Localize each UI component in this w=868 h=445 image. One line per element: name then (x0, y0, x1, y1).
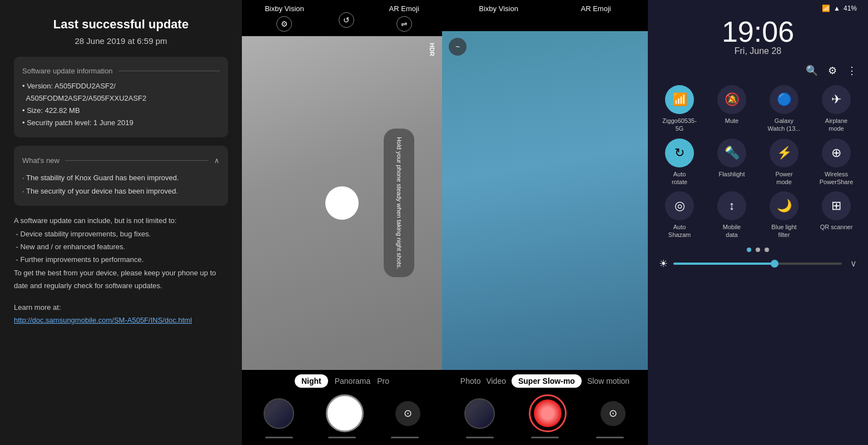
update-panel: Last successful update 28 June 2019 at 6… (0, 0, 242, 445)
tile-shazam[interactable]: ◎ AutoShazam (656, 191, 703, 239)
qs-top-icons: 🔍 ⚙ ⋮ (656, 62, 860, 80)
night-flip-btn[interactable]: ⊙ (395, 401, 420, 426)
slowmo-shutter-inner (534, 399, 562, 427)
night-shutter-btn[interactable] (326, 394, 364, 432)
tile-mute-icon: 🔕 (717, 85, 746, 114)
tile-mobile-data-icon: ↕ (717, 191, 746, 220)
qs-expand-btn[interactable]: ∨ (850, 258, 857, 269)
slowmo-flip-btn[interactable]: ⊙ (601, 401, 626, 426)
gear-icon[interactable]: ⚙ (828, 65, 837, 77)
ar-emoji-label: AR Emoji (389, 4, 419, 13)
info-section-title: Software update information (22, 65, 220, 77)
tile-mute-label: Mute (725, 117, 738, 125)
qs-dot-3 (765, 248, 769, 252)
qs-time: 19:06 (656, 17, 860, 46)
camera-night-bottom: Night Panorama Pro ⊙ (242, 370, 442, 445)
tile-airplane-icon: ✈ (822, 85, 851, 114)
update-title: Last successful update (14, 17, 228, 33)
ar-emoji-btn[interactable]: AR Emoji ⇌ (389, 4, 419, 32)
bixby-vision-btn2[interactable]: Bixby Vision ⚙ (479, 4, 518, 27)
tile-autorotate-label: Autorotate (672, 170, 687, 186)
tile-flashlight-icon: 🔦 (717, 139, 746, 167)
nav2-line-2 (531, 437, 559, 438)
camera-nav (247, 432, 437, 441)
brightness-fill (673, 263, 775, 265)
tile-autorotate[interactable]: ↻ Autorotate (656, 139, 703, 186)
tile-mute[interactable]: 🔕 Mute (708, 85, 755, 133)
slowmo-flip-icon: ⊙ (609, 407, 617, 419)
ar-emoji-btn2[interactable]: AR Emoji ✕ (581, 4, 611, 27)
camera-night-panel: Bixby Vision ⚙ ↺ AR Emoji ⇌ HDR Hold you… (242, 0, 442, 445)
nav2-line-3 (596, 437, 624, 438)
tile-mobile-data-label: Mobiledata (723, 223, 741, 239)
camera-slowmo-viewfinder: ~ (442, 31, 648, 370)
qs-tiles-grid: 📶 Ziggo60535-5G 🔕 Mute 🔵 GalaxyWatch (13… (656, 85, 860, 239)
update-info-box: Software update information • Version: A… (14, 57, 228, 137)
tile-airplane[interactable]: ✈ Airplanemode (813, 85, 860, 133)
rotate-btn[interactable]: ↺ (339, 9, 354, 28)
tile-flashlight[interactable]: 🔦 Flashlight (708, 139, 755, 186)
ar-emoji-label2: AR Emoji (581, 4, 611, 13)
info-item-3: • Security patch level: 1 June 2019 (22, 117, 220, 129)
whatsnew-header: What's new ∧ (22, 154, 220, 167)
tile-mobile-data[interactable]: ↕ Mobiledata (708, 191, 755, 239)
tile-blue-light-icon: 🌙 (770, 191, 798, 220)
mode-night[interactable]: Night (295, 374, 328, 388)
mode-photo[interactable]: Photo (460, 377, 481, 385)
tile-power-mode-icon: ⚡ (770, 139, 798, 167)
tile-power-mode[interactable]: ⚡ Powermode (761, 139, 807, 186)
tile-flashlight-label: Flashlight (718, 170, 745, 178)
update-link[interactable]: http://doc.samsungmobile.com/SM-A505F/IN… (14, 316, 192, 324)
bixby-vision-btn[interactable]: Bixby Vision ⚙ (265, 4, 304, 32)
slowmo-shutter-btn[interactable] (529, 394, 567, 432)
tile-wireless-share-icon: ⊕ (822, 139, 851, 167)
tile-wireless-share[interactable]: ⊕ WirelessPowerShare (813, 139, 860, 186)
back-icon: ~ (455, 42, 460, 51)
wifi-icon: 📶 (822, 4, 830, 12)
qs-brightness-bar: ☀ ∨ (656, 255, 860, 273)
night-tooltip-text: Hold your phone steady when taking night… (395, 137, 403, 269)
tile-blue-light[interactable]: 🌙 Blue lightfilter (761, 191, 807, 239)
mode-video[interactable]: Video (486, 377, 506, 385)
tile-qr-scanner-label: QR scanner (820, 223, 853, 231)
bixby-vision-label2: Bixby Vision (479, 4, 518, 13)
tile-autorotate-icon: ↻ (665, 139, 694, 167)
mode-slowmotion[interactable]: Slow motion (587, 377, 629, 385)
qs-date: Fri, June 28 (656, 46, 860, 56)
tile-wifi-icon: 📶 (665, 85, 694, 114)
search-icon[interactable]: 🔍 (806, 65, 818, 77)
tile-shazam-icon: ◎ (665, 191, 694, 220)
whatsnew-section: What's new ∧ · The stability of Knox Gua… (14, 146, 228, 206)
whatsnew-arrow[interactable]: ∧ (214, 154, 220, 167)
ar-emoji-icon: ⇌ (396, 16, 412, 32)
camera-night-controls: ⊙ (247, 394, 437, 432)
mode-pro[interactable]: Pro (377, 377, 389, 385)
camera-slowmo-bottom: Photo Video Super Slow-mo Slow motion ⊙ (442, 370, 648, 445)
back-btn[interactable]: ~ (449, 38, 467, 56)
bixby-vision-icon: ⚙ (276, 16, 292, 32)
qs-dot-2 (756, 248, 760, 252)
overflow-icon[interactable]: ⋮ (847, 65, 857, 77)
nav-line-2 (328, 437, 356, 438)
camera-modes: Night Panorama Pro (247, 374, 437, 388)
tile-airplane-label: Airplanemode (825, 117, 847, 133)
slowmo-thumbnail[interactable] (464, 398, 495, 429)
tile-galaxy-watch[interactable]: 🔵 GalaxyWatch (13... (761, 85, 807, 133)
rotate-icon: ↺ (339, 12, 354, 28)
night-thumbnail[interactable] (264, 398, 294, 429)
ar-emoji-close-icon: ✕ (592, 16, 599, 27)
brightness-track[interactable] (673, 263, 842, 265)
nav-line-3 (391, 437, 419, 438)
tile-qr-scanner[interactable]: ⊞ QR scanner (813, 191, 860, 239)
mode-supeslowmo[interactable]: Super Slow-mo (512, 374, 582, 388)
quicksettings-panel: 📶 ▲ 41% 19:06 Fri, June 28 🔍 ⚙ ⋮ 📶 Ziggo… (648, 0, 868, 445)
night-shutter-circle (325, 186, 359, 220)
tile-wifi[interactable]: 📶 Ziggo60535-5G (656, 85, 703, 133)
update-subtitle: 28 June 2019 at 6:59 pm (14, 36, 228, 46)
info-item-2: • Size: 422.82 MB (22, 105, 220, 117)
flip-icon: ⊙ (404, 407, 412, 419)
whatsnew-item-1: · The stability of Knox Guard has been i… (22, 171, 220, 184)
tile-power-mode-label: Powermode (775, 170, 792, 186)
mode-panorama[interactable]: Panorama (335, 377, 371, 385)
tile-blue-light-label: Blue lightfilter (771, 223, 796, 239)
